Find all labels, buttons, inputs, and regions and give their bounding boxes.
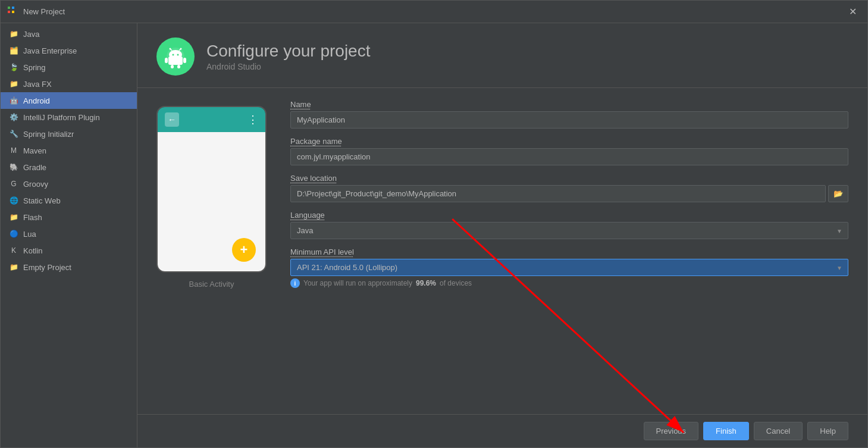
info-icon: i — [290, 278, 300, 288]
panel-header: Configure your project Android Studio — [137, 23, 867, 88]
sidebar-item-groovy[interactable]: GGroovy — [1, 176, 137, 192]
hint-prefix: Your app will run on approximately — [303, 279, 412, 287]
svg-rect-16 — [177, 65, 180, 68]
sidebar-label-flash: Flash — [23, 213, 42, 222]
sidebar-label-empty-project: Empty Project — [23, 263, 71, 272]
sidebar-label-android: Android — [23, 96, 50, 105]
sidebar-label-spring-initializr: Spring Initializr — [23, 130, 74, 139]
browse-button[interactable]: 📂 — [828, 185, 848, 202]
sidebar-icon-gradle: 🐘 — [9, 162, 18, 172]
finish-button[interactable]: Finish — [703, 422, 749, 440]
svg-rect-2 — [8, 11, 10, 13]
sidebar-item-java-enterprise[interactable]: 🗂️Java Enterprise — [1, 42, 137, 59]
hint-percent: 99.6% — [416, 279, 436, 287]
save-location-field-group: 📂 — [290, 185, 848, 202]
form-group-name: Name — [290, 100, 848, 129]
language-select[interactable]: JavaKotlin — [290, 222, 848, 239]
sidebar-item-intellij-platform-plugin[interactable]: ⚙️IntelliJ Platform Plugin — [1, 109, 137, 126]
sidebar-item-lua[interactable]: 🔵Lua — [1, 225, 137, 242]
min-api-select[interactable]: API 21: Android 5.0 (Lollipop)API 22: An… — [290, 259, 848, 276]
svg-point-8 — [177, 54, 179, 56]
sidebar-label-java-enterprise: Java Enterprise — [23, 46, 77, 55]
header-texts: Configure your project Android Studio — [206, 42, 370, 71]
svg-point-7 — [173, 54, 174, 56]
phone-body: + — [158, 132, 265, 271]
header-title: Configure your project — [206, 42, 370, 61]
package-name-input[interactable] — [290, 148, 848, 165]
save-location-input[interactable] — [290, 185, 826, 202]
title-bar-right: ✕ — [845, 5, 860, 18]
sidebar-item-spring[interactable]: 🍃Spring — [1, 59, 137, 76]
form-group-min-api: Minimum API level API 21: Android 5.0 (L… — [290, 248, 848, 288]
svg-rect-0 — [8, 7, 10, 9]
close-button[interactable]: ✕ — [845, 5, 860, 18]
phone-frame: ← ⋮ + — [156, 106, 267, 272]
header-subtitle: Android Studio — [206, 62, 370, 71]
form-section: Name Package name Save location — [290, 100, 848, 408]
sidebar: 📁Java🗂️Java Enterprise🍃Spring📁Java FX🤖An… — [1, 23, 137, 447]
sidebar-icon-spring: 🍃 — [9, 62, 18, 72]
sidebar-item-spring-initializr[interactable]: 🔧Spring Initializr — [1, 126, 137, 142]
sidebar-icon-flash: 📁 — [9, 212, 18, 222]
sidebar-icon-empty-project: 📁 — [9, 262, 18, 272]
phone-fab: + — [232, 238, 256, 262]
sidebar-icon-java: 📁 — [9, 29, 18, 39]
package-name-label: Package name — [290, 137, 848, 146]
panel-body: ← ⋮ + Basic Activity Nam — [137, 88, 867, 414]
phone-menu-button: ⋮ — [247, 113, 258, 126]
svg-rect-15 — [171, 65, 174, 68]
sidebar-item-java[interactable]: 📁Java — [1, 26, 137, 42]
min-api-label: Minimum API level — [290, 248, 848, 256]
name-label: Name — [290, 100, 848, 109]
sidebar-label-groovy: Groovy — [23, 180, 48, 189]
sidebar-icon-android: 🤖 — [9, 96, 18, 105]
cancel-button[interactable]: Cancel — [754, 422, 803, 440]
sidebar-item-android[interactable]: 🤖Android — [1, 92, 137, 109]
svg-point-12 — [180, 48, 182, 50]
sidebar-icon-maven: M — [9, 146, 18, 155]
phone-back-button: ← — [165, 112, 179, 127]
svg-point-6 — [169, 50, 182, 59]
sidebar-icon-spring-initializr: 🔧 — [9, 129, 18, 139]
name-input[interactable] — [290, 111, 848, 129]
svg-rect-3 — [12, 11, 14, 13]
right-panel: Configure your project Android Studio ← … — [137, 23, 867, 447]
sidebar-item-static-web[interactable]: 🌐Static Web — [1, 192, 137, 209]
sidebar-label-maven: Maven — [23, 146, 46, 155]
phone-preview: ← ⋮ + Basic Activity — [156, 106, 267, 408]
language-label: Language — [290, 211, 848, 220]
new-project-window: New Project ✕ 📁Java🗂️Java Enterprise🍃Spr… — [0, 0, 868, 448]
folder-icon: 📂 — [833, 189, 843, 198]
sidebar-icon-groovy: G — [9, 179, 18, 189]
sidebar-icon-intellij-platform-plugin: ⚙️ — [9, 112, 18, 122]
sidebar-item-java-fx[interactable]: 📁Java FX — [1, 76, 137, 92]
sidebar-icon-lua: 🔵 — [9, 229, 18, 239]
language-select-wrapper: JavaKotlin — [290, 222, 848, 239]
right-panel-wrapper: Configure your project Android Studio ← … — [137, 23, 867, 447]
sidebar-item-maven[interactable]: MMaven — [1, 142, 137, 159]
sidebar-label-intellij-platform-plugin: IntelliJ Platform Plugin — [23, 113, 100, 122]
sidebar-label-kotlin: Kotlin — [23, 246, 43, 255]
save-location-label: Save location — [290, 174, 848, 183]
sidebar-item-empty-project[interactable]: 📁Empty Project — [1, 259, 137, 275]
title-bar-left: New Project — [8, 7, 65, 17]
sidebar-item-gradle[interactable]: 🐘Gradle — [1, 159, 137, 176]
android-icon — [164, 45, 187, 68]
sidebar-icon-kotlin: K — [9, 246, 18, 255]
main-content: 📁Java🗂️Java Enterprise🍃Spring📁Java FX🤖An… — [1, 23, 867, 447]
title-bar: New Project ✕ — [1, 1, 867, 23]
sidebar-item-flash[interactable]: 📁Flash — [1, 209, 137, 225]
sidebar-label-java: Java — [23, 30, 39, 39]
form-group-save-location: Save location 📂 — [290, 174, 848, 202]
help-button[interactable]: Help — [807, 422, 848, 440]
sidebar-item-kotlin[interactable]: KKotlin — [1, 242, 137, 259]
sidebar-icon-java-fx: 📁 — [9, 79, 18, 89]
app-icon — [8, 7, 18, 17]
api-select-wrapper: API 21: Android 5.0 (Lollipop)API 22: An… — [290, 259, 848, 276]
svg-rect-14 — [183, 58, 186, 63]
phone-topbar: ← ⋮ — [158, 107, 265, 132]
previous-button[interactable]: Previous — [644, 422, 699, 440]
sidebar-label-static-web: Static Web — [23, 196, 61, 205]
android-logo — [156, 37, 195, 76]
sidebar-icon-static-web: 🌐 — [9, 196, 18, 205]
